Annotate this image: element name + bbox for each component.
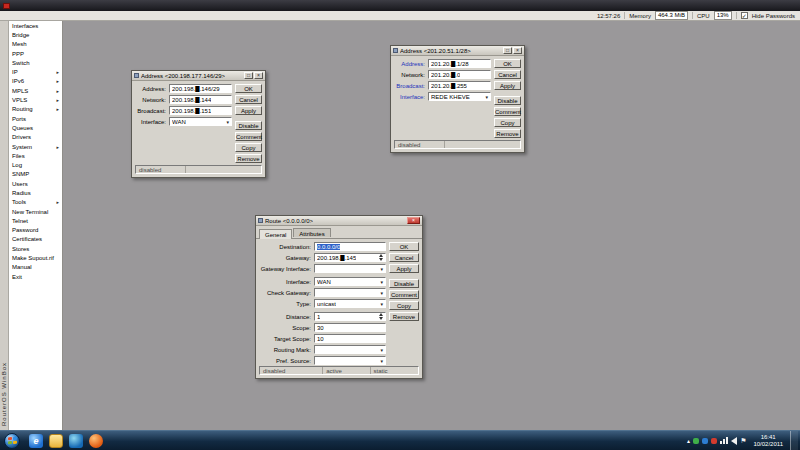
menu-item[interactable]: Switch <box>9 58 62 67</box>
distance-input[interactable]: 1 <box>314 312 386 321</box>
dialog-titlebar[interactable]: Address <200.198.177.146/29> □ × <box>132 71 265 81</box>
scope-input[interactable]: 30 <box>314 323 386 332</box>
pref-source-select[interactable]: ▾ <box>314 356 386 365</box>
dialog-titlebar[interactable]: Address <201.20.51.1/28> □ × <box>391 46 524 56</box>
interface-select[interactable]: WAN▾ <box>169 117 232 126</box>
firefox-icon[interactable] <box>89 434 103 448</box>
cancel-button[interactable]: Cancel <box>235 95 262 104</box>
menu-item[interactable]: Interfaces <box>9 21 62 30</box>
menu-item[interactable]: Exit <box>9 272 62 281</box>
check-gateway-select[interactable]: ▾ <box>314 288 386 297</box>
menu-item[interactable]: Log <box>9 160 62 169</box>
show-desktop-button[interactable] <box>790 431 798 450</box>
gateway-interface-select[interactable]: ▾ <box>314 264 386 273</box>
menu-item[interactable]: System ▸ <box>9 142 62 151</box>
menu-item[interactable]: Stores <box>9 244 62 253</box>
spinner-icon[interactable] <box>377 254 383 261</box>
internet-explorer-icon[interactable]: e <box>29 434 43 448</box>
interface-label: Interface: <box>259 279 314 285</box>
spinner-icon[interactable] <box>377 313 383 320</box>
address-input[interactable]: 201.20.█.1/28 <box>428 59 491 68</box>
disable-button[interactable]: Disable <box>389 279 419 288</box>
menu-item[interactable]: VPLS ▸ <box>9 95 62 104</box>
start-button[interactable] <box>4 433 20 449</box>
menu-item[interactable]: Routing ▸ <box>9 105 62 114</box>
tray-expand-icon[interactable]: ▴ <box>687 437 690 444</box>
media-player-icon[interactable] <box>69 434 83 448</box>
remove-button[interactable]: Remove <box>389 312 419 321</box>
tray-app-icon-green[interactable] <box>693 438 699 444</box>
broadcast-input[interactable]: 200.198.█.151 <box>169 106 232 115</box>
copy-button[interactable]: Copy <box>235 143 262 152</box>
menu-item[interactable]: Telnet <box>9 216 62 225</box>
ok-button[interactable]: OK <box>389 242 419 251</box>
menu-item[interactable]: Password <box>9 226 62 235</box>
clock-date: 10/02/2011 <box>753 441 783 448</box>
window-titlebar[interactable] <box>0 0 800 11</box>
copy-button[interactable]: Copy <box>494 118 521 127</box>
menu-item[interactable]: Mesh <box>9 40 62 49</box>
cancel-button[interactable]: Cancel <box>494 70 521 79</box>
menu-item[interactable]: Manual <box>9 263 62 272</box>
remove-button[interactable]: Remove <box>235 154 262 163</box>
menu-item[interactable]: Queues <box>9 123 62 132</box>
menu-item[interactable]: New Terminal <box>9 207 62 216</box>
apply-button[interactable]: Apply <box>494 81 521 90</box>
tray-app-icon-blue[interactable] <box>702 438 708 444</box>
tray-app-icon-red[interactable] <box>711 438 717 444</box>
dialog-titlebar[interactable]: Route <0.0.0.0/0> × <box>256 216 422 226</box>
interface-select[interactable]: WAN▾ <box>314 277 386 286</box>
ok-button[interactable]: OK <box>494 59 521 68</box>
menu-item[interactable]: IP ▸ <box>9 67 62 76</box>
address-input[interactable]: 200.198.█.146/29 <box>169 84 232 93</box>
hide-passwords-checkbox[interactable]: ✓ <box>741 12 748 19</box>
menu-item[interactable]: MPLS ▸ <box>9 86 62 95</box>
network-icon[interactable] <box>720 437 728 444</box>
close-button[interactable]: × <box>407 217 420 224</box>
menu-item[interactable]: Files <box>9 151 62 160</box>
type-select[interactable]: unicast▾ <box>314 299 386 308</box>
menu-item[interactable]: Users <box>9 179 62 188</box>
close-button[interactable]: × <box>254 72 263 79</box>
status-disabled: disabled <box>395 141 445 148</box>
maximize-button[interactable]: □ <box>244 72 253 79</box>
windows-taskbar: e ▴ ⚑ 16:41 10/02/2011 <box>0 430 800 450</box>
menu-item[interactable]: SNMP <box>9 170 62 179</box>
network-input[interactable]: 200.198.█.144 <box>169 95 232 104</box>
routing-mark-select[interactable]: ▾ <box>314 345 386 354</box>
destination-input[interactable]: 0.0.0.0/0 <box>314 242 386 251</box>
broadcast-input[interactable]: 201.20.█.255 <box>428 81 491 90</box>
volume-icon[interactable] <box>731 437 737 445</box>
copy-button[interactable]: Copy <box>389 301 419 310</box>
taskbar-clock[interactable]: 16:41 10/02/2011 <box>749 434 787 448</box>
ok-button[interactable]: OK <box>235 84 262 93</box>
disable-button[interactable]: Disable <box>494 96 521 105</box>
cancel-button[interactable]: Cancel <box>389 253 419 262</box>
windows-explorer-icon[interactable] <box>49 434 63 448</box>
menu-item[interactable]: Bridge <box>9 30 62 39</box>
menu-item[interactable]: PPP <box>9 49 62 58</box>
network-input[interactable]: 201.20.█.0 <box>428 70 491 79</box>
menu-item[interactable]: Make Supout.rif <box>9 253 62 262</box>
apply-button[interactable]: Apply <box>235 106 262 115</box>
remove-button[interactable]: Remove <box>494 129 521 138</box>
maximize-button[interactable]: □ <box>503 47 512 54</box>
interface-select[interactable]: REDE KHEVE▾ <box>428 92 491 101</box>
menu-item[interactable]: Radius <box>9 188 62 197</box>
menu-item[interactable]: Certificates <box>9 235 62 244</box>
menu-item[interactable]: Ports <box>9 114 62 123</box>
apply-button[interactable]: Apply <box>389 264 419 273</box>
action-center-flag-icon[interactable]: ⚑ <box>740 437 746 445</box>
tab-attributes[interactable]: Attributes <box>293 228 330 237</box>
comment-button[interactable]: Comment <box>235 132 262 141</box>
comment-button[interactable]: Comment <box>494 107 521 116</box>
gateway-input[interactable]: 200.198.█.145 <box>314 253 386 262</box>
tab-general[interactable]: General <box>259 229 292 239</box>
disable-button[interactable]: Disable <box>235 121 262 130</box>
target-scope-input[interactable]: 10 <box>314 334 386 343</box>
close-button[interactable]: × <box>513 47 522 54</box>
comment-button[interactable]: Comment <box>389 290 419 299</box>
menu-item[interactable]: Tools ▸ <box>9 198 62 207</box>
menu-item[interactable]: Drivers <box>9 133 62 142</box>
menu-item[interactable]: IPv6 ▸ <box>9 77 62 86</box>
